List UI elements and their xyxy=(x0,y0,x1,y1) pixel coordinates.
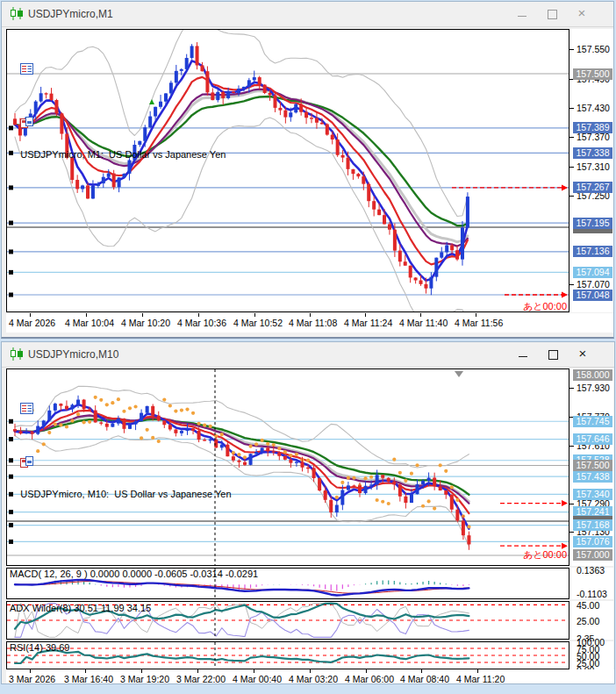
price-level-badge: 157.500 xyxy=(573,460,612,471)
m10-time-axis[interactable]: 3 Mar 20263 Mar 16:403 Mar 19:203 Mar 22… xyxy=(6,669,614,683)
price-tick-label: 157.310 xyxy=(577,161,610,172)
price-level-badge: 157.340 xyxy=(573,489,612,500)
window-title: USDJPYmicro,M1 xyxy=(28,8,113,20)
time-axis-label: 4 Mar 11:40 xyxy=(399,318,448,328)
maximize-button[interactable] xyxy=(545,7,559,21)
level-drag-handle[interactable] xyxy=(9,510,13,514)
macd-scale-bottom: -0.1103 xyxy=(577,589,607,599)
rsi-pane[interactable] xyxy=(6,641,569,669)
time-tick-mark xyxy=(30,669,31,673)
time-axis-label: 3 Mar 16:40 xyxy=(64,674,113,684)
time-axis-label: 4 Mar 10:04 xyxy=(65,318,114,328)
level-drag-handle[interactable] xyxy=(9,185,13,190)
time-axis-label: 3 Mar 19:20 xyxy=(120,674,169,684)
time-tick-mark xyxy=(142,313,143,317)
candlestick-chart-icon xyxy=(9,7,25,20)
level-drag-handle[interactable] xyxy=(9,221,13,225)
price-tick-mark xyxy=(569,108,574,109)
macd-label: MACD( 12, 26, 9 ) 0.0000 0.0000 -0.0605 … xyxy=(10,569,258,579)
price-level-badge: 157.646 xyxy=(573,433,612,445)
one-click-trading-icon[interactable] xyxy=(20,96,36,149)
time-axis-label: 3 Mar 2026 xyxy=(9,674,55,684)
window-titlebar[interactable]: USDJPYmicro,M10 × xyxy=(2,342,614,368)
price-level-badge: 157.389 xyxy=(573,122,612,133)
adx-scale-label: 45.00 xyxy=(577,600,599,611)
time-tick-mark xyxy=(310,313,311,317)
time-axis-label: 4 Mar 03:20 xyxy=(289,674,338,684)
price-tick-mark xyxy=(569,196,574,197)
close-button[interactable]: × xyxy=(576,347,590,361)
price-tick-label: 157.070 xyxy=(577,279,610,290)
time-axis-label: 4 Mar 11:08 xyxy=(289,318,337,328)
price-tick-mark xyxy=(569,137,574,138)
m10-bar-countdown: あと00:00 xyxy=(421,548,567,562)
m10-price-scale[interactable]: 157.930157.770157.610157.290157.130157.5… xyxy=(569,368,613,566)
price-level-badge: 157.195 xyxy=(573,218,612,229)
time-tick-mark xyxy=(85,669,86,673)
price-level-badge: 157.048 xyxy=(573,290,612,301)
maximize-button[interactable] xyxy=(546,347,560,361)
time-axis-label: 4 Mar 10:36 xyxy=(177,318,226,328)
time-tick-mark xyxy=(421,669,422,673)
event-marker-triangle xyxy=(455,371,463,377)
chart-symbol-label: USDJPYmicro, M10: US Dollar vs Japanese … xyxy=(20,489,231,499)
time-axis-label: 4 Mar 2026 xyxy=(9,318,55,328)
time-tick-mark xyxy=(310,669,311,673)
quotes-panel-icon[interactable] xyxy=(20,42,36,96)
time-axis-label: 4 Mar 11:20 xyxy=(456,674,505,684)
time-axis-label: 4 Mar 06:00 xyxy=(345,674,394,684)
m1-time-axis[interactable]: 4 Mar 20264 Mar 10:044 Mar 10:204 Mar 10… xyxy=(6,313,613,333)
quotes-panel-icon[interactable] xyxy=(20,382,36,435)
price-tick-mark xyxy=(569,532,574,533)
price-tick-mark xyxy=(569,388,574,389)
time-tick-mark xyxy=(30,313,31,317)
price-tick-mark xyxy=(569,504,574,504)
price-level-badge: 157.438 xyxy=(573,471,612,483)
level-drag-handle[interactable] xyxy=(9,540,13,544)
m1-price-scale[interactable]: 157.550157.490157.430157.370157.310157.2… xyxy=(569,29,613,312)
time-tick-mark xyxy=(476,313,476,317)
price-tick-label: 157.550 xyxy=(577,44,610,54)
time-tick-mark xyxy=(198,313,199,317)
price-level-badge: 157.267 xyxy=(573,182,612,193)
level-drag-handle[interactable] xyxy=(9,249,13,254)
time-tick-mark xyxy=(197,669,198,673)
time-axis-label: 4 Mar 11:24 xyxy=(344,318,392,328)
price-level-badge: 157.745 xyxy=(573,416,612,427)
time-tick-mark xyxy=(141,669,142,673)
window-titlebar[interactable]: USDJPYmicro,M1 × xyxy=(2,2,613,27)
time-tick-mark xyxy=(365,313,366,317)
close-button[interactable]: × xyxy=(575,7,589,21)
level-drag-handle[interactable] xyxy=(9,270,13,275)
mdi-workspace: USDJPYmicro,M1 × 157.550157.490157.43015… xyxy=(0,0,616,694)
price-tick-mark xyxy=(569,284,574,285)
price-level-badge: 157.338 xyxy=(573,147,612,159)
time-tick-mark xyxy=(86,313,87,317)
minimize-button[interactable] xyxy=(516,347,530,361)
minimize-button[interactable] xyxy=(515,7,529,21)
time-tick-mark xyxy=(477,669,478,673)
adx-label: ADX Wilder(8) 30.51 11.99 34.15 xyxy=(10,603,151,613)
m10-chart-header: USDJPYmicro, M10: US Dollar vs Japanese … xyxy=(10,371,232,510)
adx-scale-label: 25.00 xyxy=(577,616,599,626)
price-tick-mark xyxy=(569,167,574,168)
price-tick-label: 157.430 xyxy=(577,103,610,113)
time-axis-label: 3 Mar 22:00 xyxy=(176,674,226,684)
time-axis-label: 4 Mar 10:20 xyxy=(121,318,170,328)
price-tick-label: 157.930 xyxy=(577,383,610,393)
time-axis-label: 4 Mar 10:52 xyxy=(233,318,283,328)
candlestick-chart-icon xyxy=(9,347,25,361)
one-click-trading-icon[interactable] xyxy=(20,435,36,489)
price-level-badge: 157.168 xyxy=(573,519,612,531)
price-level-badge: 157.136 xyxy=(573,246,612,257)
level-drag-handle[interactable] xyxy=(9,523,13,527)
window-title: USDJPYmicro,M10 xyxy=(28,348,118,361)
chart-symbol-label: USDJPYmicro, M1: US Dollar vs Japanese Y… xyxy=(20,149,226,160)
m1-bar-countdown: あと00:00 xyxy=(421,300,567,313)
adx-scale: 45.0025.002.35 xyxy=(569,601,613,640)
price-tick-mark xyxy=(569,446,574,447)
level-drag-handle[interactable] xyxy=(9,293,13,297)
rsi-scale: 100.0075.0050.0025.000.00 xyxy=(569,641,613,669)
time-tick-mark xyxy=(254,313,255,317)
price-level-badge: 157.500 xyxy=(573,68,612,80)
